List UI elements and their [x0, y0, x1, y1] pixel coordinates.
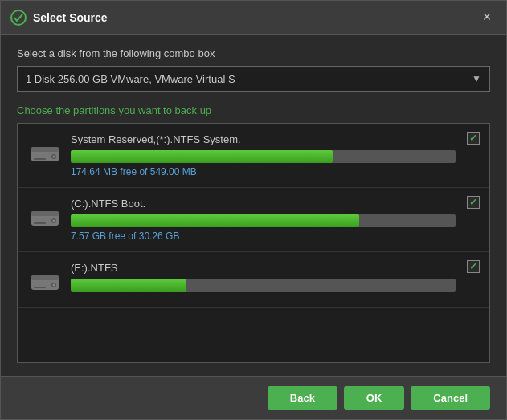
title-bar: Select Source × — [1, 1, 506, 35]
list-item: (C:).NTFS Boot. 7.57 GB free of 30.26 GB — [18, 188, 489, 252]
close-button[interactable]: × — [477, 8, 497, 27]
svg-point-0 — [11, 10, 26, 25]
partition-1-checkbox[interactable] — [467, 132, 480, 145]
partition-3-progress-bg — [71, 279, 456, 292]
back-button[interactable]: Back — [268, 386, 337, 410]
partition-3-checkbox[interactable] — [467, 260, 480, 273]
partition-2-name: (C:).NTFS Boot. — [71, 198, 456, 210]
combo-value: 1 Disk 256.00 GB VMware, VMware Virtual … — [26, 73, 235, 85]
disk-icon-3 — [29, 265, 61, 297]
checkbox-icon[interactable] — [467, 132, 480, 145]
disk-combo[interactable]: 1 Disk 256.00 GB VMware, VMware Virtual … — [17, 66, 490, 92]
svg-rect-2 — [31, 147, 59, 152]
partition-3-info: (E:).NTFS — [71, 262, 478, 295]
dialog-icon — [10, 10, 27, 26]
partition-1-info: System Reserved,(*:).NTFS System. 174.64… — [71, 133, 478, 177]
disk-label: Select a disk from the following combo b… — [17, 47, 490, 59]
dialog-footer: Back OK Cancel — [1, 376, 506, 419]
svg-point-4 — [53, 156, 55, 158]
partition-2-free: 7.57 GB free of 30.26 GB — [71, 230, 456, 242]
svg-rect-12 — [31, 275, 59, 280]
partition-3-name: (E:).NTFS — [71, 262, 456, 274]
dialog-content: Select a disk from the following combo b… — [1, 35, 506, 376]
partition-list: System Reserved,(*:).NTFS System. 174.64… — [18, 124, 489, 362]
partition-2-info: (C:).NTFS Boot. 7.57 GB free of 30.26 GB — [71, 198, 478, 242]
partition-1-free: 174.64 MB free of 549.00 MB — [71, 166, 456, 177]
disk-icon-2 — [29, 201, 61, 233]
svg-rect-10 — [34, 222, 46, 224]
partitions-label: Choose the partitions you want to back u… — [17, 104, 490, 116]
svg-rect-7 — [31, 211, 59, 216]
list-item: (E:).NTFS — [18, 252, 489, 308]
cancel-button[interactable]: Cancel — [411, 386, 490, 410]
partition-2-progress-fill — [71, 214, 359, 227]
checkbox-icon[interactable] — [467, 260, 480, 273]
partition-2-checkbox[interactable] — [467, 196, 480, 209]
partition-1-progress-fill — [71, 150, 333, 163]
partition-1-name: System Reserved,(*:).NTFS System. — [71, 133, 456, 145]
partition-3-progress-fill — [71, 279, 186, 292]
disk-icon-1 — [29, 137, 61, 169]
svg-point-14 — [53, 284, 55, 287]
svg-point-9 — [53, 220, 55, 222]
select-source-dialog: Select Source × Select a disk from the f… — [0, 0, 507, 420]
svg-rect-5 — [34, 158, 46, 160]
dialog-title: Select Source — [33, 11, 477, 24]
combo-arrow-icon: ▼ — [472, 73, 481, 84]
partition-2-progress-bg — [71, 214, 456, 227]
svg-rect-15 — [34, 287, 46, 288]
checkbox-icon[interactable] — [467, 196, 480, 209]
partition-list-container: System Reserved,(*:).NTFS System. 174.64… — [17, 123, 490, 363]
partition-1-progress-bg — [71, 150, 456, 163]
ok-button[interactable]: OK — [344, 386, 405, 410]
list-item: System Reserved,(*:).NTFS System. 174.64… — [18, 124, 489, 188]
